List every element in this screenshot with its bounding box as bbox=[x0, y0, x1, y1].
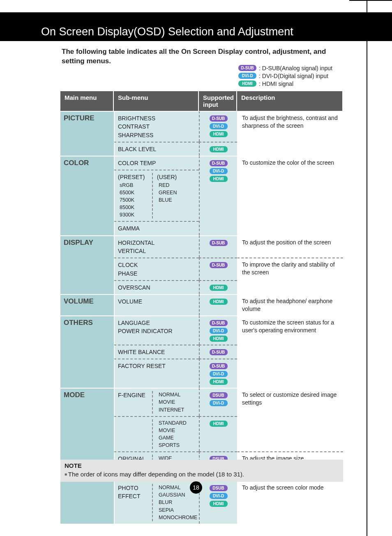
badge: HDMI bbox=[210, 131, 228, 137]
intro-text: The following table indicates all the On… bbox=[62, 47, 329, 66]
input-mode-pe: DSUB DVI-D HDMI bbox=[199, 481, 237, 524]
sub-color-preset: (PRESET) sRGB 6500K 7500K 8500K 9300K (U… bbox=[114, 170, 199, 221]
desc-mode-1: To select or customize desired image set… bbox=[237, 388, 343, 451]
sub-others-3: FACTORY RESET bbox=[114, 359, 199, 388]
badge: DSUB bbox=[210, 392, 228, 398]
note-text: The order of icons may differ depending … bbox=[65, 471, 339, 478]
input-others-2: D-SUB bbox=[199, 345, 237, 359]
badge: HDMI bbox=[210, 176, 228, 182]
main-color: COLOR bbox=[60, 156, 114, 235]
sub-others-1: LANGUAGE POWER INDICATOR bbox=[114, 315, 199, 345]
fe-label: F-ENGINE bbox=[118, 391, 153, 413]
badge: D-SUB bbox=[210, 320, 228, 326]
legend-dvid-text: : DVI-D(Digital signal) input bbox=[259, 73, 328, 79]
main-volume: VOLUME bbox=[60, 294, 114, 315]
crop-mark-h bbox=[349, 0, 392, 1]
th-desc: Description bbox=[237, 91, 343, 111]
main-picture: PICTURE bbox=[60, 111, 114, 156]
badge-hdmi: HDMI bbox=[238, 81, 256, 87]
desc-others: To customize the screen status for a use… bbox=[237, 315, 343, 388]
main-mode: MODE bbox=[60, 388, 114, 524]
sub-display-3: OVERSCAN bbox=[114, 280, 199, 294]
input-mode-fe-b: HDMI bbox=[199, 416, 237, 452]
input-picture-2: HDMI bbox=[199, 142, 237, 156]
input-mode-fe-a: DSUB DVI-D bbox=[199, 388, 237, 416]
badge: DSUB bbox=[210, 485, 228, 491]
badge: HDMI bbox=[210, 285, 228, 291]
badge: D-SUB bbox=[210, 240, 228, 246]
badge: HDMI bbox=[210, 146, 228, 152]
th-input: Supported input bbox=[199, 91, 237, 111]
badge: HDMI bbox=[210, 501, 228, 507]
sub-color-gamma: GAMMA bbox=[114, 221, 199, 235]
badge: DVI-D bbox=[210, 168, 228, 174]
preset-head: (PRESET) bbox=[118, 173, 150, 181]
badge: D-SUB bbox=[210, 262, 228, 268]
legend-hdmi-text: : HDMI signal bbox=[259, 81, 293, 87]
badge: D-SUB bbox=[210, 363, 228, 369]
sub-display-2: CLOCK PHASE bbox=[114, 258, 199, 280]
sub-picture-2: BLACK LEVEL bbox=[114, 142, 199, 156]
main-others: OTHERS bbox=[60, 315, 114, 388]
fe-list-b: STANDARD MOVIE GAME SPORTS bbox=[157, 419, 196, 449]
preset-list: sRGB 6500K 7500K 8500K 9300K bbox=[118, 182, 150, 219]
badge: D-SUB bbox=[210, 115, 228, 122]
sub-mode-fe-b: STANDARD MOVIE GAME SPORTS bbox=[114, 416, 199, 452]
desc-display-1: To adjust the position of the screen bbox=[237, 235, 343, 258]
badge: HDMI bbox=[210, 379, 228, 385]
desc-picture: To adjust the brightness, contrast and s… bbox=[237, 111, 343, 156]
input-display-2: D-SUB bbox=[199, 258, 237, 280]
desc-mode-3: To adjust the screen color mode bbox=[237, 481, 343, 524]
badge: HDMI bbox=[210, 336, 228, 342]
note-title: NOTE bbox=[65, 462, 339, 469]
legend: D-SUB : D-SUB(Analog signal) input DVI-D… bbox=[238, 64, 332, 88]
badge: DVI-D bbox=[210, 328, 228, 334]
sub-volume: VOLUME bbox=[114, 294, 199, 315]
sub-mode-fe-a: F-ENGINE NORMAL MOVIE INTERNET bbox=[114, 388, 199, 416]
input-display-1: D-SUB bbox=[199, 235, 237, 258]
sub-display-1: HORIZONTAL VERTICAL bbox=[114, 235, 199, 258]
badge: DVI-D bbox=[210, 371, 228, 377]
sub-picture-1: BRIGHTNESS CONTRAST SHARPNESS bbox=[114, 111, 199, 142]
osd-table: Main menu Sub-menu Supported input Descr… bbox=[60, 91, 343, 524]
page-number: 18 bbox=[190, 481, 202, 494]
note-box: NOTE The order of icons may differ depen… bbox=[60, 460, 343, 482]
th-main: Main menu bbox=[60, 91, 114, 111]
input-volume: HDMI bbox=[199, 294, 237, 315]
fe-list-a: NORMAL MOVIE INTERNET bbox=[157, 391, 196, 413]
user-head: (USER) bbox=[157, 173, 196, 181]
badge: D-SUB bbox=[210, 160, 228, 166]
pe-label: PHOTO EFFECT bbox=[118, 484, 153, 521]
desc-display-2: To improve the clarity and stability of … bbox=[237, 258, 343, 294]
crop-mark-v bbox=[367, 0, 367, 536]
badge: D-SUB bbox=[210, 349, 228, 355]
badge-dvid: DVI-D bbox=[238, 73, 256, 79]
input-display-3: HDMI bbox=[199, 280, 237, 294]
badge: DVI-D bbox=[210, 493, 228, 499]
input-others-1: D-SUB DVI-D HDMI bbox=[199, 315, 237, 345]
page-title: On Screen Display(OSD) Selection and Adj… bbox=[41, 25, 293, 38]
legend-dsub-text: : D-SUB(Analog signal) input bbox=[259, 65, 332, 71]
input-others-3: D-SUB DVI-D HDMI bbox=[199, 359, 237, 388]
main-display: DISPLAY bbox=[60, 235, 114, 294]
input-picture-1: D-SUB DVI-D HDMI bbox=[199, 111, 237, 142]
sub-color-ct: COLOR TEMP bbox=[114, 156, 199, 170]
sub-mode-pe: PHOTO EFFECT NORMAL GAUSSIAN BLUR SEPIA … bbox=[114, 481, 199, 524]
badge-dsub: D-SUB bbox=[238, 65, 256, 71]
desc-volume: To adjust the headphone/ earphone volume bbox=[237, 294, 343, 315]
user-list: RED GREEN BLUE bbox=[157, 182, 196, 204]
badge: HDMI bbox=[210, 421, 228, 427]
badge: HDMI bbox=[210, 299, 228, 305]
desc-color: To customize the color of the screen bbox=[237, 156, 343, 235]
th-sub: Sub-menu bbox=[114, 91, 199, 111]
input-color: D-SUB DVI-D HDMI bbox=[199, 156, 237, 235]
badge: DVI-D bbox=[210, 123, 228, 129]
badge: DVI-D bbox=[210, 400, 228, 406]
sub-others-2: WHITE BALANCE bbox=[114, 345, 199, 359]
